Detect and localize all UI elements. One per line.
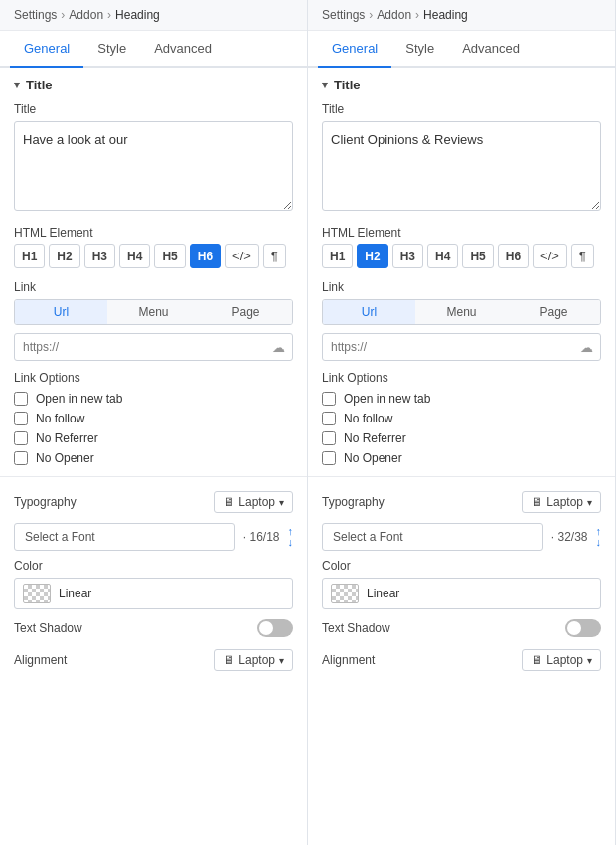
text-shadow-toggle[interactable] (257, 619, 293, 637)
font-select[interactable]: Select a Font (14, 523, 235, 551)
url-input-wrap: ☁ (14, 333, 293, 361)
html-btn-H2[interactable]: H2 (49, 244, 79, 268)
url-input[interactable] (322, 333, 601, 361)
font-select[interactable]: Select a Font (322, 523, 543, 551)
tab-general[interactable]: General (10, 31, 83, 68)
font-size-arrows[interactable]: ↑↓ (288, 526, 294, 548)
font-size-display: · 16/18 (243, 530, 280, 544)
device-select[interactable]: 🖥Laptop▾ (522, 491, 601, 513)
breadcrumb-separator: › (415, 8, 419, 22)
alignment-row: Alignment🖥Laptop▾ (308, 645, 615, 675)
link-tab-menu[interactable]: Menu (415, 300, 508, 324)
checkbox-row: No Opener (0, 448, 307, 468)
title-field-label: Title (14, 102, 293, 116)
checkbox-no-follow[interactable] (14, 412, 28, 425)
checkbox-no-follow[interactable] (322, 412, 336, 425)
checkbox-label: No follow (36, 412, 84, 425)
html-btn-H3[interactable]: H3 (84, 244, 115, 268)
checkbox-label: Open in new tab (36, 392, 122, 406)
checkbox-label: No follow (344, 412, 392, 425)
panel-right: Settings›Addon›HeadingGeneralStyleAdvanc… (308, 0, 616, 845)
html-btn-H1[interactable]: H1 (322, 244, 353, 268)
link-tab-page[interactable]: Page (200, 300, 292, 324)
html-btn-H6[interactable]: H6 (190, 244, 221, 268)
html-btn-ltslgt[interactable]: </> (225, 244, 259, 268)
link-tab-url[interactable]: Url (323, 300, 415, 324)
tab-style[interactable]: Style (391, 31, 448, 68)
title-textarea[interactable] (322, 121, 601, 211)
color-field[interactable]: Linear (14, 578, 293, 609)
font-size-display: · 32/38 (551, 530, 588, 544)
color-name: Linear (367, 587, 399, 600)
monitor-icon: 🖥 (223, 653, 234, 667)
html-btn-H6[interactable]: H6 (498, 244, 529, 268)
alignment-device-select[interactable]: 🖥Laptop▾ (214, 649, 293, 671)
panel-body: ▾TitleTitleHTML ElementH1H2H3H4H5H6</>¶L… (308, 68, 615, 845)
title-section-header[interactable]: ▾Title (308, 68, 615, 98)
checkbox-no-referrer[interactable] (322, 431, 336, 445)
font-size-arrows[interactable]: ↑↓ (596, 526, 602, 548)
html-btn-H1[interactable]: H1 (14, 244, 45, 268)
chevron-down-icon: ▾ (279, 655, 284, 666)
breadcrumb-item[interactable]: Addon (69, 8, 103, 22)
checkbox-row: No Opener (308, 448, 615, 468)
tab-general[interactable]: General (318, 31, 391, 68)
html-btn-H3[interactable]: H3 (392, 244, 423, 268)
checkbox-no-referrer[interactable] (14, 431, 28, 445)
color-field[interactable]: Linear (322, 578, 601, 609)
chevron-down-icon: ▾ (279, 497, 284, 508)
alignment-device-label: Laptop (238, 653, 275, 667)
link-tab-page[interactable]: Page (508, 300, 600, 324)
checkbox-no-opener[interactable] (14, 451, 28, 465)
link-tab-menu[interactable]: Menu (107, 300, 200, 324)
device-select[interactable]: 🖥Laptop▾ (214, 491, 293, 513)
breadcrumb-item[interactable]: Settings (14, 8, 57, 22)
breadcrumb-item[interactable]: Settings (322, 8, 365, 22)
tab-style[interactable]: Style (83, 31, 140, 68)
checkbox-row: Open in new tab (308, 389, 615, 409)
alignment-label: Alignment (322, 653, 375, 667)
alignment-label: Alignment (14, 653, 67, 667)
checkbox-label: No Referrer (36, 431, 98, 445)
html-btn-para[interactable]: ¶ (571, 244, 594, 268)
cloud-icon: ☁ (272, 340, 285, 355)
checkbox-no-opener[interactable] (322, 451, 336, 465)
device-label: Laptop (238, 495, 275, 509)
link-section: LinkUrlMenuPage☁ (0, 276, 307, 365)
html-btn-H4[interactable]: H4 (119, 244, 150, 268)
title-textarea[interactable] (14, 121, 293, 211)
alignment-row: Alignment🖥Laptop▾ (0, 645, 307, 675)
font-row: Select a Font· 16/18↑↓ (0, 519, 307, 555)
collapse-arrow-icon: ▾ (322, 79, 328, 91)
tab-advanced[interactable]: Advanced (448, 31, 534, 68)
divider (308, 476, 615, 477)
link-label: Link (322, 280, 601, 294)
color-name: Linear (59, 587, 91, 600)
html-btn-H4[interactable]: H4 (427, 244, 458, 268)
checkbox-open-in-new-tab[interactable] (14, 392, 28, 406)
alignment-device-select[interactable]: 🖥Laptop▾ (522, 649, 601, 671)
html-btn-H5[interactable]: H5 (462, 244, 493, 268)
checkbox-label: Open in new tab (344, 392, 430, 406)
title-field-label: Title (322, 102, 601, 116)
tab-advanced[interactable]: Advanced (140, 31, 226, 68)
text-shadow-label: Text Shadow (14, 621, 82, 635)
breadcrumb: Settings›Addon›Heading (0, 0, 307, 31)
font-row: Select a Font· 32/38↑↓ (308, 519, 615, 555)
html-btn-para[interactable]: ¶ (263, 244, 286, 268)
checkbox-label: No Opener (36, 451, 94, 465)
section-title-label: Title (334, 78, 361, 92)
checkbox-open-in-new-tab[interactable] (322, 392, 336, 406)
breadcrumb-separator: › (107, 8, 111, 22)
checkbox-row: No follow (308, 409, 615, 428)
checkbox-row: No follow (0, 409, 307, 428)
link-tab-url[interactable]: Url (15, 300, 107, 324)
url-input[interactable] (14, 333, 293, 361)
text-shadow-toggle[interactable] (565, 619, 601, 637)
title-section-header[interactable]: ▾Title (0, 68, 307, 98)
breadcrumb-item[interactable]: Addon (377, 8, 411, 22)
html-element-buttons: H1H2H3H4H5H6</>¶ (308, 244, 615, 276)
html-btn-H2[interactable]: H2 (357, 244, 387, 268)
html-btn-H5[interactable]: H5 (154, 244, 185, 268)
html-btn-ltslgt[interactable]: </> (533, 244, 567, 268)
